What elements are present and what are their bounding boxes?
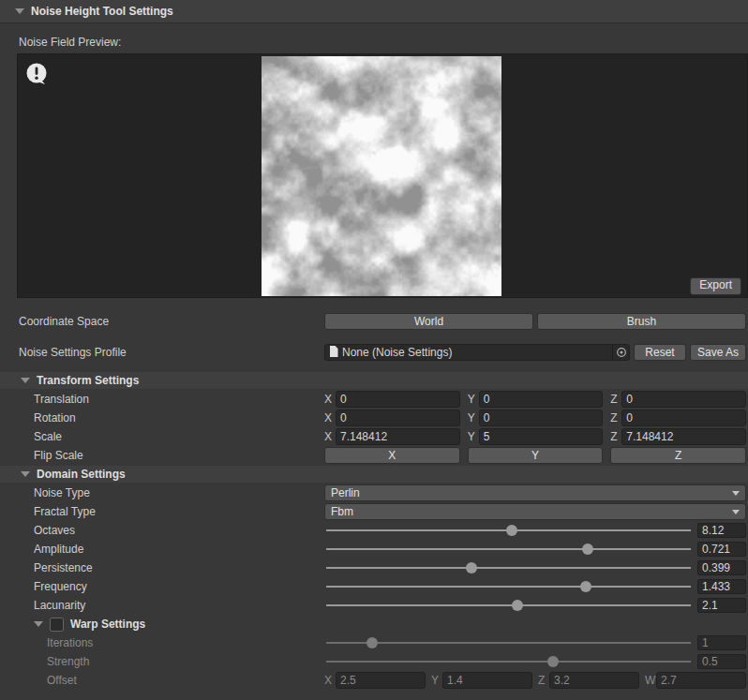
frequency-value-field[interactable] bbox=[697, 579, 746, 594]
rotation-x-field[interactable] bbox=[336, 410, 460, 426]
axis-y-label: Y bbox=[431, 674, 442, 687]
dropdown-arrow-icon bbox=[732, 491, 740, 496]
axis-z-label: Z bbox=[610, 393, 621, 406]
slider-track[interactable] bbox=[326, 548, 691, 550]
slider-knob[interactable] bbox=[580, 581, 591, 592]
transform-foldout-icon[interactable] bbox=[21, 378, 30, 383]
noise-field-preview-label: Noise Field Preview: bbox=[19, 36, 748, 49]
warp-foldout-icon[interactable] bbox=[34, 621, 43, 627]
lacunarity-label: Lacunarity bbox=[0, 599, 324, 612]
rotation-z-field[interactable] bbox=[621, 410, 746, 426]
frequency-slider[interactable] bbox=[324, 578, 693, 595]
translation-label: Translation bbox=[0, 393, 324, 406]
slider-track[interactable] bbox=[326, 567, 691, 569]
fractal-type-row: Fractal Type Fbm bbox=[0, 503, 746, 520]
warp-enable-checkbox[interactable] bbox=[50, 618, 64, 632]
flip-z-button[interactable]: Z bbox=[610, 447, 746, 464]
header-foldout-icon[interactable] bbox=[15, 8, 24, 14]
settings-header[interactable]: Noise Height Tool Settings bbox=[0, 0, 748, 23]
offset-z-field bbox=[549, 672, 639, 689]
noise-settings-profile-row: Noise Settings Profile None (Noise Setti… bbox=[0, 344, 746, 361]
slider-track[interactable] bbox=[326, 604, 691, 606]
slider-knob[interactable] bbox=[582, 544, 593, 555]
fractal-type-value: Fbm bbox=[331, 505, 353, 518]
flip-scale-row: Flip Scale X Y Z bbox=[0, 447, 746, 464]
reset-button[interactable]: Reset bbox=[634, 344, 686, 361]
iterations-label: Iterations bbox=[0, 636, 324, 649]
iterations-slider bbox=[324, 634, 693, 651]
flip-x-button[interactable]: X bbox=[324, 447, 460, 464]
save-as-button[interactable]: Save As bbox=[690, 344, 746, 361]
noise-preview-image bbox=[262, 56, 501, 296]
scale-y-field[interactable] bbox=[479, 428, 604, 445]
transform-settings-header[interactable]: Transform Settings bbox=[0, 372, 748, 389]
warp-settings-title: Warp Settings bbox=[70, 618, 145, 631]
persistence-row: Persistence bbox=[0, 559, 746, 576]
noise-settings-profile-label: Noise Settings Profile bbox=[0, 346, 324, 359]
axis-x-label: X bbox=[324, 430, 336, 443]
noise-type-row: Noise Type Perlin bbox=[0, 484, 746, 501]
offset-row: Offset X Y Z W bbox=[0, 672, 746, 689]
lacunarity-value-field[interactable] bbox=[697, 598, 746, 613]
rotation-y-field[interactable] bbox=[479, 410, 604, 426]
octaves-slider[interactable] bbox=[324, 522, 693, 539]
persistence-value-field[interactable] bbox=[697, 560, 746, 575]
axis-x-label: X bbox=[324, 674, 336, 687]
scale-x-field[interactable] bbox=[336, 428, 460, 445]
persistence-label: Persistence bbox=[0, 561, 324, 574]
frequency-label: Frequency bbox=[0, 580, 324, 593]
axis-x-label: X bbox=[324, 393, 336, 406]
octaves-value-field[interactable] bbox=[697, 523, 746, 538]
rotation-row: Rotation X Y Z bbox=[0, 410, 746, 426]
slider-knob[interactable] bbox=[512, 600, 523, 611]
strength-label: Strength bbox=[0, 655, 324, 668]
slider-knob[interactable] bbox=[466, 562, 477, 573]
iterations-row: Iterations bbox=[0, 634, 746, 651]
lacunarity-row: Lacunarity bbox=[0, 597, 746, 614]
object-field-value: None (Noise Settings) bbox=[342, 346, 612, 359]
warp-settings-header: Warp Settings bbox=[0, 616, 746, 633]
object-picker-icon[interactable] bbox=[612, 345, 629, 360]
fractal-type-label: Fractal Type bbox=[0, 505, 324, 518]
strength-value-field bbox=[697, 654, 746, 669]
amplitude-value-field[interactable] bbox=[697, 542, 746, 557]
scale-z-field[interactable] bbox=[621, 428, 746, 445]
flip-y-button[interactable]: Y bbox=[468, 447, 604, 464]
noise-settings-profile-field[interactable]: None (Noise Settings) bbox=[324, 344, 630, 361]
frequency-row: Frequency bbox=[0, 578, 746, 595]
coordinate-space-label: Coordinate Space bbox=[0, 315, 324, 328]
noise-type-label: Noise Type bbox=[0, 486, 324, 499]
translation-z-field[interactable] bbox=[621, 391, 746, 408]
axis-x-label: X bbox=[324, 411, 336, 424]
transform-settings-title: Transform Settings bbox=[37, 374, 139, 387]
export-button[interactable]: Export bbox=[690, 277, 741, 295]
fractal-type-dropdown[interactable]: Fbm bbox=[324, 503, 746, 520]
translation-x-field[interactable] bbox=[336, 391, 460, 408]
persistence-slider[interactable] bbox=[324, 559, 693, 576]
world-button[interactable]: World bbox=[324, 313, 533, 330]
noise-preview-panel: Export bbox=[17, 53, 748, 298]
header-title: Noise Height Tool Settings bbox=[31, 5, 173, 18]
slider-track[interactable] bbox=[326, 586, 691, 588]
axis-w-label: W bbox=[645, 674, 656, 687]
slider-track bbox=[326, 642, 691, 644]
axis-z-label: Z bbox=[610, 411, 621, 424]
slider-knob bbox=[547, 656, 559, 667]
amplitude-slider[interactable] bbox=[324, 541, 693, 558]
translation-y-field[interactable] bbox=[479, 391, 604, 408]
coordinate-space-row: Coordinate Space World Brush bbox=[0, 313, 746, 330]
axis-y-label: Y bbox=[468, 411, 479, 424]
iterations-value-field bbox=[697, 635, 746, 650]
domain-foldout-icon[interactable] bbox=[21, 471, 30, 477]
offset-y-field bbox=[442, 672, 532, 689]
axis-y-label: Y bbox=[468, 393, 479, 406]
noise-type-dropdown[interactable]: Perlin bbox=[324, 484, 746, 501]
scale-label: Scale bbox=[0, 430, 324, 443]
flip-scale-label: Flip Scale bbox=[0, 449, 324, 462]
brush-button[interactable]: Brush bbox=[537, 313, 746, 330]
lacunarity-slider[interactable] bbox=[324, 597, 693, 614]
domain-settings-header[interactable]: Domain Settings bbox=[0, 466, 748, 483]
domain-settings-title: Domain Settings bbox=[37, 468, 126, 481]
strength-row: Strength bbox=[0, 653, 746, 670]
slider-knob[interactable] bbox=[506, 525, 517, 536]
